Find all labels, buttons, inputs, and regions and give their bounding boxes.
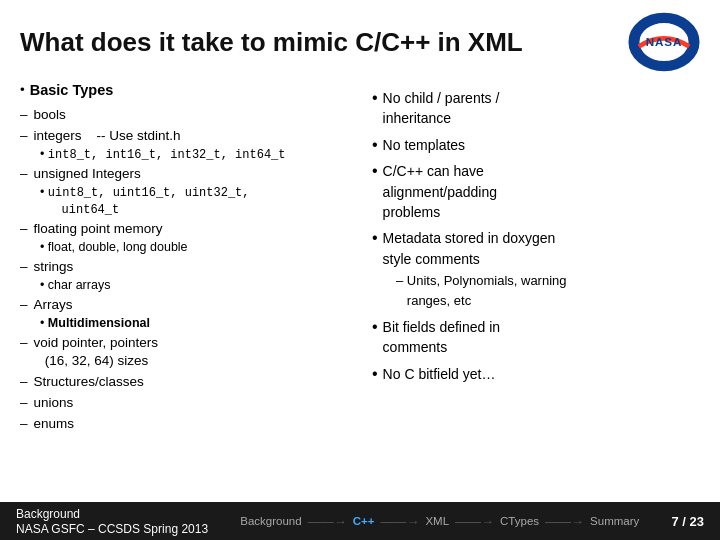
svg-point-5: [656, 26, 659, 29]
bullet-icon: •: [20, 80, 25, 103]
dash-icon: –: [20, 334, 28, 353]
list-item: – void pointer, pointers (16, 32, 64) si…: [20, 334, 348, 372]
list-item: – bools: [20, 106, 348, 125]
footer-line1: Background: [16, 507, 208, 521]
dash-item: – integers -- Use stdint.h: [20, 127, 348, 146]
sub-dash-list: Units, Polynomials, warning ranges, etc: [372, 271, 700, 311]
page-number: 7 / 23: [671, 514, 704, 529]
dash-item: – unions: [20, 394, 348, 413]
right-list-item: • Bit fields defined incomments: [372, 317, 700, 358]
bullet-item: • No child / parents /inheritance: [372, 88, 700, 129]
sub-item: float, double, long double: [40, 239, 348, 256]
section-title: Basic Types: [30, 80, 114, 101]
item-text: Metadata stored in doxygenstyle comments: [383, 228, 556, 269]
nav-ctypes: CTypes: [494, 515, 545, 527]
item-label: enums: [34, 415, 75, 434]
sub-list: float, double, long double: [20, 239, 348, 256]
sub-dash-item: Units, Polynomials, warning ranges, etc: [396, 271, 700, 311]
dash-item: – Arrays: [20, 296, 348, 315]
dash-icon: –: [20, 106, 28, 125]
slide-header: What does it take to mimic C/C++ in XML …: [0, 0, 720, 80]
nav-arrow-3: ——→: [455, 514, 494, 529]
right-list-item: • No child / parents /inheritance: [372, 88, 700, 129]
bullet-item: • C/C++ can havealignment/paddingproblem…: [372, 161, 700, 222]
item-label: bools: [34, 106, 66, 125]
right-list-item: • No C bitfield yet…: [372, 364, 700, 385]
dash-icon: –: [20, 165, 28, 184]
list-item: – unsigned Integers uint8_t, uint16_t, u…: [20, 165, 348, 218]
dash-item: – void pointer, pointers (16, 32, 64) si…: [20, 334, 348, 372]
item-label: unions: [34, 394, 74, 413]
dash-item: – Structures/classes: [20, 373, 348, 392]
item-text: No child / parents /inheritance: [383, 88, 500, 129]
dash-item: – bools: [20, 106, 348, 125]
dash-icon: –: [20, 394, 28, 413]
dash-icon: –: [20, 415, 28, 434]
nav-arrow-1: ——→: [308, 514, 347, 529]
item-label: strings: [34, 258, 74, 277]
bullet-icon: •: [372, 364, 378, 385]
sub-list: Multidimensional: [20, 315, 348, 332]
sub-item: char arrays: [40, 277, 348, 294]
item-text: No C bitfield yet…: [383, 364, 496, 384]
dash-icon: –: [20, 373, 28, 392]
slide-body: • Basic Types – bools – integers -- Use …: [0, 80, 720, 502]
item-text: No templates: [383, 135, 465, 155]
slide: What does it take to mimic C/C++ in XML …: [0, 0, 720, 540]
bullet-item: • No C bitfield yet…: [372, 364, 700, 385]
footer-nav: Background ——→ C++ ——→ XML ——→ CTypes ——…: [208, 514, 671, 529]
svg-text:NASA: NASA: [646, 35, 683, 48]
right-list-item: • Metadata stored in doxygenstyle commen…: [372, 228, 700, 311]
section-header: • Basic Types: [20, 80, 348, 103]
bullet-icon: •: [372, 228, 378, 249]
list-item: – enums: [20, 415, 348, 434]
bullet-icon: •: [372, 161, 378, 182]
slide-title: What does it take to mimic C/C++ in XML: [20, 27, 523, 58]
slide-footer: Background NASA GSFC – CCSDS Spring 2013…: [0, 502, 720, 540]
right-list-item: • C/C++ can havealignment/paddingproblem…: [372, 161, 700, 222]
sub-item: Multidimensional: [40, 315, 348, 332]
sub-item: uint8_t, uint16_t, uint32_t, uint64_t: [40, 184, 348, 218]
nav-xml: XML: [419, 515, 455, 527]
left-column: • Basic Types – bools – integers -- Use …: [20, 80, 364, 502]
list-item: – Arrays Multidimensional: [20, 296, 348, 332]
bullet-item: • Metadata stored in doxygenstyle commen…: [372, 228, 700, 269]
dash-icon: –: [20, 258, 28, 277]
dash-icon: –: [20, 220, 28, 239]
nav-summary: Summary: [584, 515, 645, 527]
sub-item: int8_t, int16_t, int32_t, int64_t: [40, 146, 348, 163]
bullet-item: • Bit fields defined incomments: [372, 317, 700, 358]
list-item: – strings char arrays: [20, 258, 348, 294]
item-label: floating point memory: [34, 220, 163, 239]
item-label: unsigned Integers: [34, 165, 141, 184]
dash-icon: –: [20, 296, 28, 315]
right-list-item: • No templates: [372, 135, 700, 156]
bullet-icon: •: [372, 317, 378, 338]
nav-background: Background: [234, 515, 307, 527]
bullet-icon: •: [372, 135, 378, 156]
dash-item: – enums: [20, 415, 348, 434]
list-item: – floating point memory float, double, l…: [20, 220, 348, 256]
dash-item: – unsigned Integers: [20, 165, 348, 184]
item-text: C/C++ can havealignment/paddingproblems: [383, 161, 497, 222]
list-item: – unions: [20, 394, 348, 413]
item-label: integers -- Use stdint.h: [34, 127, 181, 146]
bullet-icon: •: [372, 88, 378, 109]
right-column: • No child / parents /inheritance • No t…: [364, 80, 700, 502]
nav-arrow-2: ——→: [380, 514, 419, 529]
item-label: Structures/classes: [34, 373, 144, 392]
list-item: – Structures/classes: [20, 373, 348, 392]
right-list: • No child / parents /inheritance • No t…: [372, 88, 700, 385]
sub-list: int8_t, int16_t, int32_t, int64_t: [20, 146, 348, 163]
nav-cpp: C++: [347, 515, 381, 527]
dash-item: – strings: [20, 258, 348, 277]
list-item: – integers -- Use stdint.h int8_t, int16…: [20, 127, 348, 163]
dash-item: – floating point memory: [20, 220, 348, 239]
dash-icon: –: [20, 127, 28, 146]
svg-point-4: [650, 29, 653, 32]
left-list: – bools – integers -- Use stdint.h int8_…: [20, 106, 348, 434]
item-label: Arrays: [34, 296, 73, 315]
footer-left: Background NASA GSFC – CCSDS Spring 2013: [16, 507, 208, 536]
nav-arrow-4: ——→: [545, 514, 584, 529]
sub-list: char arrays: [20, 277, 348, 294]
